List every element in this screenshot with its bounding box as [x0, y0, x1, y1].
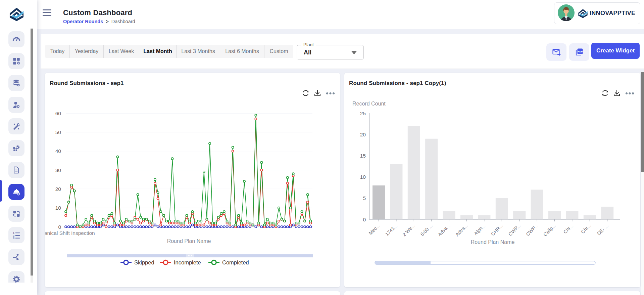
svg-text:Completed: Completed: [222, 259, 249, 265]
svg-text:DE- ...: DE- ...: [596, 223, 609, 236]
svg-text:60: 60: [55, 111, 61, 116]
svg-text:PDF: PDF: [578, 50, 583, 53]
svg-text:20: 20: [360, 132, 366, 137]
svg-text:Chr...: Chr...: [562, 223, 575, 235]
svg-text:CHR...: CHR...: [490, 223, 504, 237]
svg-text:Record Count: Record Count: [352, 101, 386, 107]
svg-text:Skipped: Skipped: [134, 259, 154, 265]
svg-text:2 We...: 2 We...: [401, 223, 416, 238]
svg-text:0: 0: [58, 224, 61, 230]
svg-text:Incomplete: Incomplete: [174, 259, 201, 265]
svg-text:40: 40: [55, 148, 61, 154]
svg-text:10: 10: [55, 205, 61, 211]
svg-text:10: 10: [360, 174, 366, 180]
svg-text:50: 50: [55, 129, 61, 135]
svg-text:Chr...: Chr...: [580, 223, 592, 235]
svg-text:Alph...: Alph...: [473, 223, 486, 236]
svg-text:5: 5: [363, 195, 366, 201]
svg-text:Mec...: Mec...: [368, 223, 381, 236]
svg-text:Calip...: Calip...: [542, 223, 557, 237]
svg-text:6:00 ...: 6:00 ...: [419, 223, 434, 237]
svg-text:0: 0: [363, 217, 366, 222]
svg-text:20: 20: [55, 186, 61, 192]
svg-text:30: 30: [55, 167, 61, 173]
svg-text:Adva...: Adva...: [437, 223, 451, 237]
svg-text:15: 15: [360, 153, 366, 159]
svg-text:CWP...: CWP...: [525, 223, 539, 237]
svg-text:3: 3: [13, 237, 15, 240]
svg-text:CWP...: CWP...: [507, 223, 522, 237]
svg-text:Mechanical Shift Inspection: Mechanical Shift Inspection: [45, 230, 95, 236]
svg-text:25: 25: [360, 111, 366, 116]
svg-text:Round Plan Name: Round Plan Name: [471, 239, 515, 245]
svg-text:1741...: 1741...: [384, 223, 399, 237]
svg-text:Adva...: Adva...: [454, 223, 469, 237]
svg-text:Round Plan Name: Round Plan Name: [167, 238, 211, 244]
